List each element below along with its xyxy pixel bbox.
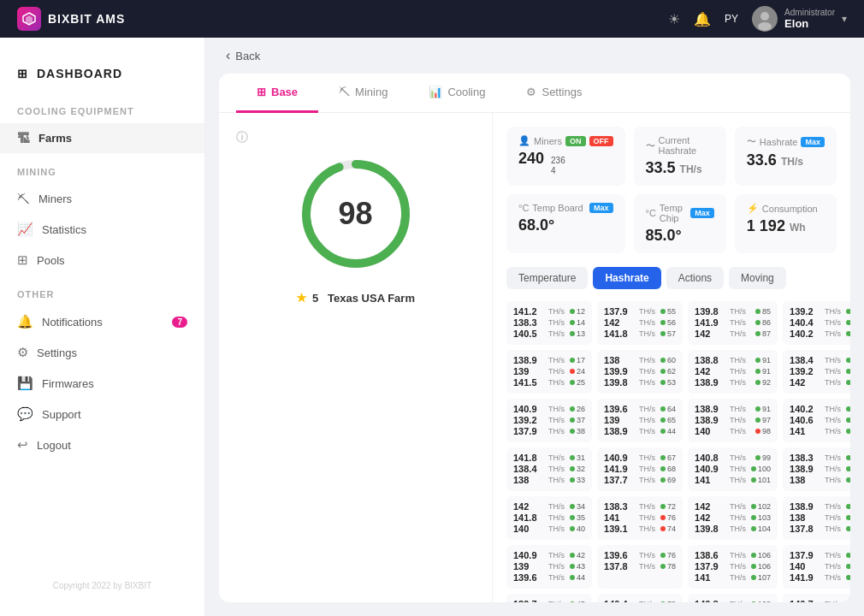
hashrate-cell: 138TH/s60139.9TH/s62139.8TH/s53 (597, 350, 683, 394)
settings-tab-icon: ⚙ (526, 86, 536, 98)
hashrate-cell: 140.8TH/s108140.7TH/s109140TH/s110 (688, 594, 778, 602)
tab-base[interactable]: ⊞ Base (236, 74, 318, 113)
mining-tab-label: Mining (355, 86, 388, 98)
dashboard-section: ⊞ DASHBOARD (0, 55, 204, 92)
hashrate-cell: 138.3TH/s72141TH/s76139.1TH/s74 (597, 496, 683, 540)
back-arrow-icon: ‹ (226, 48, 230, 63)
svg-point-3 (760, 12, 769, 21)
tab-settings[interactable]: ⚙ Settings (506, 74, 602, 113)
hashrate-cell: 140.7TH/s134142TH/s136141.1TH/s138 (783, 594, 850, 602)
miners-value: 240 (518, 150, 544, 168)
cooling-tab-label: Cooling (447, 86, 485, 98)
stat-con-value: 1 192 Wh (747, 217, 825, 235)
consumption-icon: ⚡ (747, 203, 759, 214)
sidebar-item-logout[interactable]: ↩ Logout (0, 429, 204, 460)
sidebar-item-pools[interactable]: ⊞ Pools (0, 245, 204, 275)
main-layout: ⊞ DASHBOARD COOLING EQUIPMENT 🏗 Farms MI… (0, 38, 864, 616)
logout-icon: ↩ (17, 437, 28, 453)
tab-bar: ⊞ Base ⛏ Mining 📊 Cooling ⚙ Settings (219, 74, 850, 113)
user-avatar (752, 6, 778, 32)
farms-label: Farms (38, 132, 72, 145)
farm-name: 5 Texas USA Farm (312, 292, 415, 305)
notifications-badge: 7 (172, 317, 187, 328)
hashrate-cell: 141.8TH/s31138.4TH/s32138TH/s33 (506, 447, 592, 491)
hashrate-cell: 138.3TH/s124138.9TH/s125138TH/s126 (783, 447, 850, 491)
hashrate-cell: 139.6TH/s76137.8TH/s78 (597, 545, 683, 589)
stat-tc-value: 85.0° (646, 227, 714, 245)
brightness-icon[interactable]: ☀ (668, 11, 680, 27)
user-info: Administrator Elon (784, 8, 835, 30)
sidebar-item-support[interactable]: 💬 Support (0, 399, 204, 429)
hashrate-cell: 140.4TH/s79141.1TH/s90139.4TH/s95 (597, 594, 683, 602)
notifications-icon: 🔔 (17, 314, 33, 329)
stat-temp-chip: °C Temp Chip Max 85.0° (634, 194, 726, 253)
stat-cr-label: 〜 Current Hashrate (646, 135, 714, 156)
back-bar[interactable]: ‹ Back (205, 38, 864, 74)
settings-tab-label: Settings (541, 86, 582, 98)
hashrate-cell: 139.6TH/s64139TH/s65138.9TH/s44 (597, 399, 683, 442)
top-navigation: BIXBIT AMS ☀ 🔔 PY Administrator Elon ▾ (0, 0, 864, 38)
stat-temp-board: °C Temp Board Max 68.0° (506, 194, 625, 253)
copyright: Copyright 2022 by BIXBIT (0, 572, 204, 599)
tab-mining[interactable]: ⛏ Mining (318, 74, 408, 113)
tab-cooling[interactable]: 📊 Cooling (408, 74, 506, 113)
hashrate-cell: 137.9TH/s55142TH/s56141.8TH/s57 (597, 301, 683, 345)
hashrate-cell: 140.9TH/s26139.2TH/s37137.9TH/s38 (506, 399, 592, 442)
stat-hr-value: 33.6 TH/s (747, 151, 825, 169)
stat-current-hashrate: 〜 Current Hashrate 33.5 TH/s (634, 127, 726, 186)
hashrate-cell: 138.9TH/s127138TH/s128137.8TH/s129 (783, 496, 850, 540)
content-panel: ⊞ Base ⛏ Mining 📊 Cooling ⚙ Settings (219, 74, 850, 602)
user-section[interactable]: Administrator Elon ▾ (752, 6, 847, 32)
hashrate-cell: 140.2TH/s121140.6TH/s122141TH/s123 (783, 399, 850, 442)
farm-label: ★ 5 Texas USA Farm (296, 291, 415, 305)
sidebar-item-statistics[interactable]: 📈 Statistics (0, 214, 204, 245)
gauge-side: ⓘ 98 ★ 5 Texas USA Farm (219, 113, 493, 602)
firmwares-icon: 💾 (17, 376, 33, 391)
brand-section: BIXBIT AMS (17, 7, 125, 31)
cooling-tab-icon: 📊 (429, 86, 442, 98)
miners-stat-icon: 👤 (518, 135, 530, 146)
statistics-label: Statistics (42, 223, 86, 236)
temp-board-icon: °C (518, 203, 529, 213)
user-role: Administrator (784, 8, 835, 17)
hashrate-cell: 138.6TH/s106137.9TH/s106141TH/s107 (688, 545, 778, 589)
miners-on-count: 236 (551, 156, 565, 165)
sub-tab-moving[interactable]: Moving (729, 267, 786, 289)
sidebar-item-firmwares[interactable]: 💾 Firmwares (0, 368, 204, 399)
farms-icon: 🏗 (17, 131, 30, 145)
statistics-icon: 📈 (17, 222, 33, 237)
stat-hashrate: 〜 Hashrate Max 33.6 TH/s (735, 127, 837, 186)
notification-icon[interactable]: 🔔 (694, 11, 711, 27)
max-badge-temp-chip: Max (690, 208, 714, 218)
support-icon: 💬 (17, 406, 33, 422)
sub-tab-temperature[interactable]: Temperature (506, 267, 588, 289)
sub-tab-actions[interactable]: Actions (666, 267, 724, 289)
star-icon: ★ (296, 291, 307, 305)
svg-point-4 (758, 22, 772, 31)
hashrate-cell: 142TH/s34141.8TH/s35140TH/s40 (506, 496, 592, 540)
stat-hr-label: 〜 Hashrate Max (747, 135, 825, 148)
sidebar-item-notifications[interactable]: 🔔 Notifications 7 (0, 306, 204, 337)
stat-miners: 👤 Miners ON OFF 240 236 (506, 127, 625, 186)
settings-icon: ⚙ (17, 345, 28, 360)
sub-tab-hashrate[interactable]: Hashrate (593, 267, 660, 289)
hashrate-cell: 140.9TH/s67141.9TH/s68137.7TH/s69 (597, 447, 683, 491)
stat-tc-label: °C Temp Chip Max (646, 203, 714, 223)
hashrate-cell: 139.7TH/s45138.4TH/s46137.8TH/s67 (506, 594, 592, 602)
gauge-container: 98 (296, 154, 416, 274)
temp-chip-icon: °C (646, 208, 656, 218)
user-name: Elon (784, 17, 835, 30)
pools-label: Pools (37, 254, 65, 267)
sidebar-item-farms[interactable]: 🏗 Farms (0, 123, 204, 153)
off-badge: OFF (589, 136, 613, 146)
notifications-label: Notifications (42, 316, 103, 329)
hashrate-cell: 137.9TH/s130140TH/s132141.9TH/s138 (783, 545, 850, 589)
main-content: ‹ Back ⊞ Base ⛏ Mining 📊 Cooling (205, 38, 864, 616)
sidebar-item-miners[interactable]: ⛏ Miners (0, 184, 204, 214)
panel-body: ⓘ 98 ★ 5 Texas USA Farm (219, 113, 850, 602)
stats-top-grid: 👤 Miners ON OFF 240 236 (506, 127, 837, 253)
dashboard-icon: ⊞ (17, 67, 28, 80)
sidebar-item-settings[interactable]: ⚙ Settings (0, 337, 204, 368)
hashrate-cell: 140.9TH/s42139TH/s43139.6TH/s44 (506, 545, 592, 589)
sidebar: ⊞ DASHBOARD COOLING EQUIPMENT 🏗 Farms MI… (0, 38, 205, 616)
